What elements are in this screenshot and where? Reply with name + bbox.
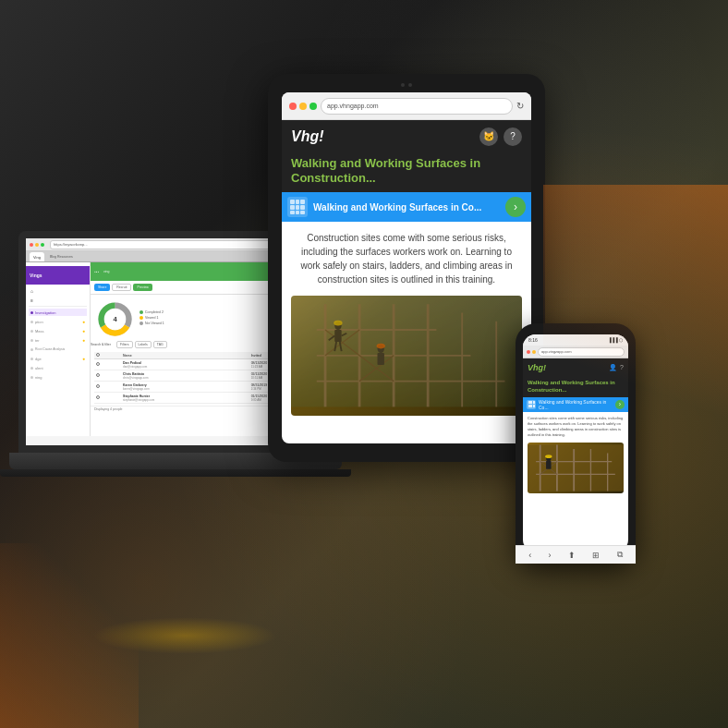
tablet-body: Construction sites come with some seriou…	[282, 222, 531, 425]
tablet-url-bar[interactable]: app.vhngapp.com	[321, 98, 513, 115]
logo-vhg: Vhg!	[291, 128, 324, 144]
laptop-title-text: ving	[103, 270, 109, 273]
tablet-app-title: Walking and Working Surfaces in Construc…	[291, 156, 522, 185]
tablet-camera	[401, 83, 412, 87]
sidebar-item-6[interactable]: ning	[29, 373, 87, 381]
preview-button[interactable]: Preview	[133, 284, 152, 291]
laptop-sidebar: Vings ⌂ ≡ Investiga	[26, 262, 91, 436]
person-4-cell: Stephanie Hunter stephanie@virogapp.com	[123, 394, 248, 402]
svg-point-28	[377, 344, 385, 349]
tablet-close-dot	[289, 103, 297, 110]
row-checkbox-4[interactable]	[96, 395, 100, 399]
user-avatar-icon[interactable]: 🐱	[479, 127, 498, 146]
row-checkbox-3[interactable]	[96, 384, 100, 388]
sidebar-item-home[interactable]: ⌂	[29, 287, 87, 295]
tab-blog[interactable]: Blog Resources	[46, 252, 77, 261]
tablet-browser-chrome: app.vhngapp.com ↻	[282, 92, 531, 120]
tablet-description: Construction sites come with some seriou…	[291, 231, 522, 286]
phone-forward-icon[interactable]: ›	[549, 551, 552, 553]
tablet-nav-bar[interactable]: Walking and Working Surfaces in Co... ›	[282, 192, 531, 222]
phone-bookmark-icon[interactable]: ⊞	[592, 551, 600, 553]
tablet-frame: app.vhngapp.com ↻ Vhg! 🐱 ? Walking	[268, 74, 545, 462]
tablet-app-header: Vhg! 🐱 ?	[282, 120, 531, 152]
tablet-max-dot	[309, 103, 317, 110]
svg-point-25	[334, 321, 342, 326]
sidebar-item-2[interactable]: Mass ●	[29, 327, 87, 334]
url-text: https://myworkcmp...	[54, 242, 88, 247]
phone-share-icon[interactable]: ⬆	[568, 551, 576, 553]
viewed-dot	[140, 316, 143, 320]
phone-back-icon[interactable]: ‹	[528, 551, 531, 553]
tablet-logo: Vhg!	[291, 128, 324, 145]
chart-legend: Completed 2 Viewed 1 Not Viewed 1	[140, 298, 164, 337]
share-button[interactable]: Share	[94, 284, 110, 291]
legend-viewed: Viewed 1	[140, 316, 164, 320]
col-checkbox	[94, 352, 121, 359]
phone-time: 8:16	[528, 337, 538, 343]
tag-button[interactable]: TAG	[153, 341, 167, 348]
phone-min-dot	[532, 350, 536, 354]
person-3-cell: Karen Greberry karen@virogapp.com	[123, 383, 248, 391]
sidebar-item-1[interactable]: ption ●	[29, 318, 87, 325]
labels-button[interactable]: Labels	[135, 341, 152, 348]
sidebar-logo: Vings	[30, 273, 42, 278]
close-dot	[30, 243, 33, 247]
tablet-url-text: app.vhngapp.com	[327, 103, 379, 109]
robot-arm-left	[0, 543, 139, 728]
tablet-nav-title: Walking and Working Surfaces in Co...	[313, 202, 500, 212]
completed-dot	[140, 310, 143, 314]
grid-menu-icon[interactable]	[287, 197, 308, 217]
tablet-screen: app.vhngapp.com ↻ Vhg! 🐱 ? Walking	[282, 92, 531, 443]
sidebar-nav: ⌂ ≡ Investigation	[26, 285, 90, 385]
sidebar-item-rca[interactable]: Root Cause Analysis	[29, 346, 87, 353]
camera-dot-1	[401, 83, 405, 87]
tablet-next-button[interactable]: ›	[505, 197, 526, 217]
phone-grid-icon[interactable]	[527, 400, 536, 409]
filter-button[interactable]: Filters	[116, 341, 133, 348]
tablet-min-dot	[299, 103, 307, 110]
donut-chart: 4	[94, 298, 136, 340]
person-1-cell: Dan Pedical dan@virogapp.com	[123, 361, 248, 369]
row-checkbox-2[interactable]	[96, 373, 100, 377]
minimize-dot	[35, 243, 39, 247]
laptop-hinge	[0, 469, 351, 477]
sidebar-item-5[interactable]: ulent	[29, 364, 87, 371]
sidebar-item-investigation[interactable]: Investigation	[29, 309, 87, 316]
svg-rect-27	[378, 353, 384, 365]
col-name: Name	[121, 352, 249, 359]
tablet-scaffold-image	[291, 296, 522, 416]
tablet-header-icons: 🐱 ?	[479, 127, 522, 146]
robot-arm-right	[543, 185, 728, 508]
person-2-cell: Chris Battisto chris@virogapp.com	[123, 372, 248, 380]
sidebar-item-menu[interactable]: ≡	[29, 297, 87, 304]
select-all-checkbox[interactable]	[96, 353, 100, 357]
sidebar-item-3[interactable]: ter ●	[29, 336, 87, 344]
maximize-dot	[41, 243, 44, 247]
svg-rect-20	[334, 330, 341, 342]
svg-text:4: 4	[113, 315, 117, 323]
help-icon[interactable]: ?	[504, 127, 522, 146]
phone-close-dot	[527, 350, 530, 354]
sidebar-header: Vings	[26, 266, 90, 285]
tablet-app-title-section: Walking and Working Surfaces in Construc…	[282, 152, 531, 192]
tab-ving[interactable]: Ving	[30, 252, 44, 261]
phone-tabs-icon[interactable]: ⧉	[617, 550, 623, 552]
recruit-button[interactable]: Recruit	[112, 284, 131, 291]
camera-dot-2	[408, 83, 412, 87]
browser-refresh-icon[interactable]: ↻	[516, 101, 524, 111]
tablet-device: app.vhngapp.com ↻ Vhg! 🐱 ? Walking	[268, 74, 545, 462]
phone-bottom-browser-bar: ‹ › ⬆ ⊞ ⧉	[523, 545, 628, 552]
not-viewed-dot	[140, 322, 143, 325]
legend-completed: Completed 2	[140, 310, 164, 314]
legend-not-viewed: Not Viewed 1	[140, 322, 164, 325]
row-checkbox-1[interactable]	[96, 362, 100, 366]
sidebar-item-4[interactable]: dge ●	[29, 355, 87, 362]
